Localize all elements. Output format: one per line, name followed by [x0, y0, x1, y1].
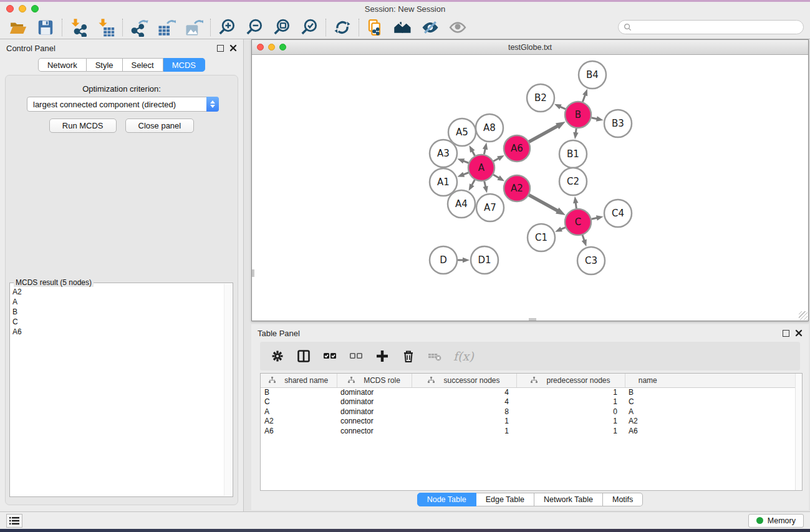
- run-mcds-button[interactable]: Run MCDS: [49, 118, 117, 133]
- table-row[interactable]: Adominator80A: [261, 407, 802, 417]
- result-item[interactable]: A6: [12, 327, 223, 337]
- save-session-icon[interactable]: [36, 18, 55, 37]
- node-label-A6: A6: [511, 143, 523, 154]
- deselect-all-icon[interactable]: [349, 349, 364, 364]
- zoom-fit-icon[interactable]: [272, 18, 291, 37]
- column-header-successor-nodes[interactable]: successor nodes: [412, 374, 516, 387]
- column-visibility-icon[interactable]: [296, 349, 311, 364]
- result-item[interactable]: A2: [12, 287, 223, 297]
- tab-node-table[interactable]: Node Table: [417, 493, 476, 506]
- table-row[interactable]: Bdominator41B: [261, 387, 802, 397]
- table-row[interactable]: A2connector11A2: [261, 417, 802, 427]
- refresh-icon[interactable]: [333, 18, 352, 37]
- tab-network[interactable]: Network: [38, 58, 87, 72]
- table-panel: Table Panel: [251, 324, 809, 510]
- optimization-criterion-label: Optimization criterion:: [6, 84, 238, 94]
- edge-arrow-icon: [469, 145, 475, 153]
- node-label-B2: B2: [534, 92, 547, 104]
- node-label-A4: A4: [455, 198, 468, 210]
- open-session-icon[interactable]: [9, 18, 27, 37]
- network-graph[interactable]: B4B2BB3A8A5A6A3B1AA1C2A2A4A7C4CC1C3DD1: [252, 55, 808, 321]
- network-canvas[interactable]: B4B2BB3A8A5A6A3B1AA1C2A2A4A7C4CC1C3DD1: [252, 55, 808, 321]
- node-label-A7: A7: [484, 202, 496, 213]
- status-bar: Memory: [0, 511, 810, 529]
- result-item[interactable]: A: [12, 297, 223, 307]
- zoom-out-icon[interactable]: [245, 18, 264, 37]
- desktop: Session: New Session: [0, 0, 810, 532]
- window-resize-grip[interactable]: [799, 311, 808, 320]
- control-panel-title: Control Panel: [6, 44, 55, 53]
- function-builder-icon: f(x): [453, 349, 474, 363]
- export-image-icon[interactable]: [185, 18, 203, 37]
- table-scrollbar[interactable]: [795, 374, 802, 490]
- canvas-vscroll-thumb[interactable]: [252, 269, 254, 277]
- column-header-shared-name[interactable]: shared name: [261, 374, 337, 387]
- table-settings-icon[interactable]: [270, 349, 285, 364]
- table-panel-title: Table Panel: [258, 329, 300, 338]
- float-panel-icon[interactable]: [217, 45, 224, 52]
- node-label-C4: C4: [612, 208, 624, 219]
- desktop-edge: [0, 529, 810, 532]
- table-tabs: Node TableEdge TableNetwork TableMotifs: [251, 493, 809, 506]
- network-window-titlebar[interactable]: testGlobe.txt: [252, 40, 808, 55]
- node-table: shared nameMCDS rolesuccessor nodesprede…: [260, 373, 803, 491]
- column-header-name[interactable]: name: [625, 374, 670, 387]
- optimization-criterion-select[interactable]: largest connected component (directed): [27, 97, 219, 112]
- dropdown-stepper-icon: [206, 97, 219, 112]
- mcds-result-list[interactable]: A2ABCA6: [12, 287, 223, 495]
- import-network-icon[interactable]: [69, 18, 88, 37]
- edge-arrow-icon: [457, 158, 465, 163]
- main-toolbar: [0, 16, 810, 39]
- float-table-panel-icon[interactable]: [783, 330, 789, 337]
- column-header-MCDS-role[interactable]: MCDS role: [337, 374, 412, 387]
- search-field[interactable]: [618, 20, 804, 34]
- close-panel-button[interactable]: Close panel: [125, 118, 195, 133]
- edge-arrow-icon: [457, 172, 465, 177]
- result-item[interactable]: C: [12, 317, 223, 327]
- tab-edge-table[interactable]: Edge Table: [476, 493, 534, 506]
- table-row[interactable]: Cdominator41C: [261, 397, 802, 407]
- column-header-predecessor-nodes[interactable]: predecessor nodes: [516, 374, 625, 387]
- create-column-icon[interactable]: [375, 349, 390, 364]
- node-label-B1: B1: [567, 148, 579, 160]
- app-titlebar: Session: New Session: [0, 2, 810, 16]
- node-table-grid[interactable]: shared nameMCDS rolesuccessor nodesprede…: [261, 374, 802, 436]
- tab-network-table[interactable]: Network Table: [534, 493, 603, 506]
- dropdown-value: largest connected component (directed): [33, 100, 176, 109]
- zoom-selected-icon[interactable]: [300, 18, 319, 37]
- tab-mcds[interactable]: MCDS: [163, 58, 205, 72]
- show-graphics-details-icon: [448, 18, 467, 37]
- node-label-A3: A3: [437, 148, 450, 159]
- delete-column-icon[interactable]: [401, 349, 416, 364]
- search-input[interactable]: [635, 23, 798, 32]
- tab-motifs[interactable]: Motifs: [603, 493, 643, 506]
- edge-arrow-icon: [463, 258, 470, 263]
- table-row[interactable]: A6connector11A6: [261, 426, 802, 436]
- close-panel-icon[interactable]: [229, 44, 237, 52]
- close-table-panel-icon[interactable]: [795, 329, 803, 337]
- memory-button[interactable]: Memory: [748, 514, 804, 528]
- tab-select[interactable]: Select: [123, 58, 163, 72]
- node-label-A2: A2: [511, 183, 523, 194]
- home-layout-icon[interactable]: [393, 18, 412, 37]
- export-table-icon[interactable]: [157, 18, 176, 37]
- export-network-icon[interactable]: [130, 18, 148, 37]
- edge-arrow-icon: [483, 186, 488, 193]
- clone-network-icon[interactable]: [366, 18, 385, 37]
- zoom-in-icon[interactable]: [218, 18, 236, 37]
- edge-arrow-icon: [596, 116, 604, 121]
- edge-arrow-icon: [582, 89, 587, 97]
- import-table-icon[interactable]: [97, 18, 115, 37]
- node-label-C1: C1: [535, 232, 547, 243]
- result-scrollbar[interactable]: [224, 284, 232, 496]
- task-history-button[interactable]: [6, 514, 22, 528]
- edge-A6-B[interactable]: [529, 125, 558, 142]
- result-item[interactable]: B: [12, 307, 223, 317]
- hide-graphics-details-icon[interactable]: [421, 18, 440, 37]
- workspace: Control Panel NetworkStyleSelectMCDS Opt…: [0, 39, 810, 511]
- task-list-icon: [9, 516, 19, 525]
- select-all-icon[interactable]: [322, 349, 337, 364]
- edge-A2-C[interactable]: [529, 195, 558, 211]
- canvas-hscroll-thumb[interactable]: [529, 318, 536, 321]
- tab-style[interactable]: Style: [87, 58, 123, 72]
